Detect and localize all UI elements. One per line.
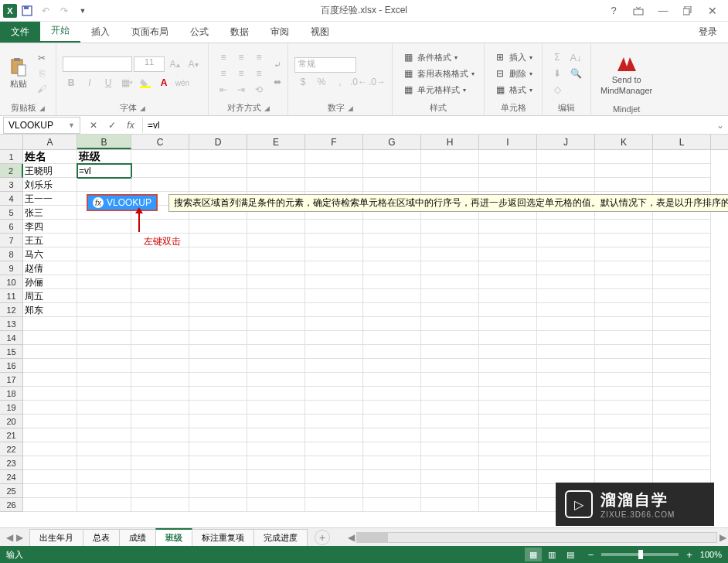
- cell[interactable]: [131, 303, 189, 317]
- cell[interactable]: [421, 275, 479, 289]
- cell[interactable]: [305, 178, 363, 192]
- cell[interactable]: [595, 345, 653, 359]
- tab-insert[interactable]: 插入: [80, 22, 121, 43]
- cell[interactable]: [595, 275, 653, 289]
- cell[interactable]: [653, 289, 711, 303]
- normal-view-button[interactable]: ▦: [525, 548, 542, 561]
- column-header[interactable]: I: [479, 135, 537, 149]
- cell[interactable]: [595, 359, 653, 373]
- cell[interactable]: [479, 261, 537, 275]
- cell[interactable]: [421, 289, 479, 303]
- cell[interactable]: [653, 220, 711, 234]
- close-button[interactable]: ✕: [702, 2, 723, 19]
- horizontal-scrollbar[interactable]: ◀ ▶: [345, 531, 728, 544]
- cell[interactable]: [537, 150, 595, 164]
- cell[interactable]: [363, 261, 421, 275]
- cell[interactable]: [421, 470, 479, 484]
- row-header[interactable]: 17: [0, 373, 23, 387]
- maximize-button[interactable]: [677, 2, 699, 19]
- sheet-tab[interactable]: 班级: [155, 528, 192, 546]
- cell[interactable]: [479, 428, 537, 442]
- cell[interactable]: [77, 373, 131, 387]
- decrease-indent-icon[interactable]: ⇤: [215, 82, 232, 97]
- cell[interactable]: [595, 220, 653, 234]
- cell[interactable]: [247, 415, 305, 428]
- cell[interactable]: [421, 150, 479, 164]
- format-table-button[interactable]: ▦套用表格格式▾: [399, 66, 478, 81]
- cell[interactable]: [537, 303, 595, 317]
- cell[interactable]: [537, 275, 595, 289]
- cell[interactable]: [305, 234, 363, 247]
- increase-decimal-icon[interactable]: .0←: [350, 74, 367, 90]
- cell[interactable]: [247, 150, 305, 164]
- cell[interactable]: [305, 387, 363, 401]
- cell[interactable]: [595, 289, 653, 303]
- cell[interactable]: [421, 415, 479, 428]
- row-header[interactable]: 9: [0, 261, 23, 275]
- cell[interactable]: [363, 220, 421, 234]
- cell[interactable]: [479, 247, 537, 261]
- cell[interactable]: [189, 428, 247, 442]
- cell[interactable]: [479, 289, 537, 303]
- cell[interactable]: [131, 178, 189, 192]
- increase-font-icon[interactable]: A▴: [166, 56, 183, 72]
- zoom-in-button[interactable]: +: [686, 549, 692, 561]
- cell[interactable]: [421, 164, 479, 178]
- zoom-slider[interactable]: [601, 553, 679, 556]
- cell[interactable]: [131, 359, 189, 373]
- sheet-tab[interactable]: 标注重复项: [192, 529, 254, 546]
- cell[interactable]: [653, 331, 711, 345]
- cell[interactable]: [653, 275, 711, 289]
- column-header[interactable]: D: [189, 135, 247, 149]
- row-header[interactable]: 1: [0, 150, 23, 164]
- cell[interactable]: [305, 275, 363, 289]
- scroll-right-icon[interactable]: ▶: [717, 532, 728, 543]
- cell-styles-button[interactable]: ▦单元格样式▾: [399, 82, 478, 97]
- cell[interactable]: [595, 373, 653, 387]
- cell[interactable]: 郑东: [23, 303, 77, 317]
- cell[interactable]: [23, 470, 77, 484]
- row-header[interactable]: 12: [0, 303, 23, 317]
- cell[interactable]: [479, 164, 537, 178]
- row-header[interactable]: 22: [0, 442, 23, 456]
- cell[interactable]: [77, 234, 131, 247]
- cell[interactable]: [77, 387, 131, 401]
- fill-color-button[interactable]: [137, 75, 154, 90]
- row-header[interactable]: 6: [0, 220, 23, 234]
- cell[interactable]: [479, 387, 537, 401]
- decrease-decimal-icon[interactable]: .0→: [369, 74, 386, 90]
- tab-page-layout[interactable]: 页面布局: [121, 22, 179, 43]
- row-header[interactable]: 11: [0, 289, 23, 303]
- row-header[interactable]: 5: [0, 206, 23, 220]
- tab-formulas[interactable]: 公式: [179, 22, 219, 43]
- cell[interactable]: [537, 164, 595, 178]
- number-format-select[interactable]: 常规: [294, 57, 356, 73]
- delete-cells-button[interactable]: ⊟删除▾: [491, 66, 536, 81]
- cell[interactable]: [247, 234, 305, 247]
- cell[interactable]: [421, 498, 479, 512]
- cell[interactable]: [131, 401, 189, 415]
- cell[interactable]: [77, 275, 131, 289]
- cell[interactable]: [189, 415, 247, 428]
- sheet-nav-prev[interactable]: ◀: [6, 532, 13, 543]
- cell[interactable]: [595, 234, 653, 247]
- currency-icon[interactable]: $: [294, 74, 311, 90]
- cell[interactable]: [363, 331, 421, 345]
- conditional-format-button[interactable]: ▦条件格式▾: [399, 49, 478, 65]
- cell[interactable]: [363, 401, 421, 415]
- cell[interactable]: [421, 373, 479, 387]
- align-middle-icon[interactable]: ≡: [233, 49, 250, 65]
- cell[interactable]: [189, 150, 247, 164]
- cell[interactable]: [479, 484, 537, 498]
- row-header[interactable]: 7: [0, 234, 23, 247]
- cell[interactable]: [77, 331, 131, 345]
- select-all-corner[interactable]: [0, 135, 23, 149]
- alignment-launcher[interactable]: ◢: [264, 104, 270, 112]
- cell[interactable]: [23, 387, 77, 401]
- cell[interactable]: [421, 456, 479, 470]
- cell[interactable]: [305, 428, 363, 442]
- border-button[interactable]: ▦▾: [118, 75, 135, 90]
- align-right-icon[interactable]: ≡: [250, 66, 267, 81]
- column-header[interactable]: F: [305, 135, 363, 149]
- cell[interactable]: [189, 289, 247, 303]
